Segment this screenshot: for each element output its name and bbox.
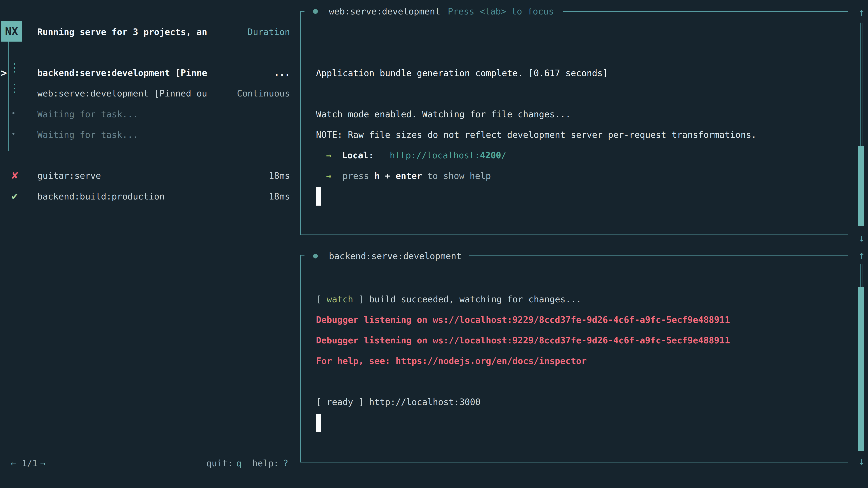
scroll-down-icon[interactable]: ↓ — [856, 231, 868, 245]
local-label: Local: — [342, 145, 374, 166]
terminal-line-watch: [ watch ] build succeeded, watching for … — [0, 289, 868, 310]
footer-bar: ← 1/1 → quit: q help: ? — [0, 453, 868, 474]
terminal-line: Watch mode enabled. Watching for file ch… — [0, 104, 868, 125]
task-row-web-serve[interactable]: web:serve:development [Pinned ou Continu… — [0, 83, 868, 104]
terminal-line: NOTE: Raw file sizes do not reflect deve… — [0, 125, 868, 145]
scrollbar-thumb[interactable] — [858, 146, 864, 226]
help-key: ? — [283, 453, 288, 474]
url-prefix: http://localhost: — [390, 150, 480, 160]
url-port: 4200 — [480, 150, 501, 160]
terminal-line-help-hint: → press h + enter to show help — [0, 166, 868, 186]
terminal-line: [ ready ] http://localhost:3000 — [0, 392, 868, 412]
press-text: press — [342, 166, 369, 186]
bracket-close: ] — [359, 289, 364, 310]
key-combo-text: h + enter — [374, 166, 422, 186]
debugger-listening-text[interactable]: Debugger listening on ws://localhost:922… — [316, 330, 730, 351]
prev-page-arrow-icon[interactable]: ← — [11, 453, 16, 474]
local-url[interactable]: http://localhost:4200/ — [390, 145, 506, 166]
arrow-right-icon: → — [326, 166, 331, 186]
pane-title: backend:serve:development — [329, 246, 462, 266]
bundle-complete-text: Application bundle generation complete. … — [316, 63, 608, 84]
task-duration: Continuous — [0, 83, 290, 104]
task-list-header: Running serve for 3 projects, an Duratio… — [0, 22, 868, 42]
scroll-up-icon[interactable]: ↑ — [856, 5, 868, 20]
scroll-up-icon[interactable]: ↑ — [856, 248, 868, 262]
show-help-text: to show help — [427, 166, 491, 186]
bracket-open: [ — [316, 289, 321, 310]
duration-column-header: Duration — [0, 22, 290, 42]
scrollbar-thumb[interactable] — [858, 287, 864, 451]
terminal-line-local: → Local: http://localhost:4200/ — [0, 145, 868, 166]
page-indicator: 1/1 — [22, 453, 37, 474]
ready-text[interactable]: [ ready ] http://localhost:3000 — [316, 392, 480, 412]
pane-title: web:serve:development — [329, 1, 440, 22]
note-text: NOTE: Raw file sizes do not reflect deve… — [316, 125, 756, 145]
task-duration: 18ms — [0, 186, 290, 207]
inspector-help-text[interactable]: For help, see: https://nodejs.org/en/doc… — [316, 351, 587, 371]
quit-label: quit: — [206, 453, 233, 474]
terminal-line: Debugger listening on ws://localhost:922… — [0, 310, 868, 330]
build-succeeded-text: build succeeded, watching for changes... — [369, 289, 581, 310]
pane-border-bottom — [300, 462, 848, 462]
nx-tui-screen: NX Running serve for 3 projects, an Dura… — [0, 0, 868, 488]
pane-header: web:serve:development Press <tab> to foc… — [0, 1, 868, 22]
pane-border-bottom — [300, 234, 848, 235]
pane-header: backend:serve:development — [0, 246, 868, 266]
debugger-listening-text[interactable]: Debugger listening on ws://localhost:922… — [316, 310, 730, 330]
scroll-down-icon[interactable]: ↓ — [856, 454, 868, 468]
watch-tag: watch — [327, 289, 353, 310]
terminal-line: Debugger listening on ws://localhost:922… — [0, 330, 868, 351]
task-row-backend-build[interactable]: ✔ backend:build:production 18ms — [0, 186, 868, 207]
terminal-line: For help, see: https://nodejs.org/en/doc… — [0, 351, 868, 371]
arrow-right-icon: → — [326, 145, 331, 166]
pane-focus-hint: Press <tab> to focus — [448, 1, 554, 22]
url-suffix: / — [501, 150, 506, 160]
watch-mode-text: Watch mode enabled. Watching for file ch… — [316, 104, 571, 125]
terminal-line: Application bundle generation complete. … — [0, 63, 868, 84]
quit-key: q — [236, 453, 241, 474]
terminal-cursor — [316, 187, 321, 205]
terminal-cursor — [316, 414, 321, 432]
next-page-arrow-icon[interactable]: → — [40, 453, 45, 474]
help-label: help: — [252, 453, 279, 474]
